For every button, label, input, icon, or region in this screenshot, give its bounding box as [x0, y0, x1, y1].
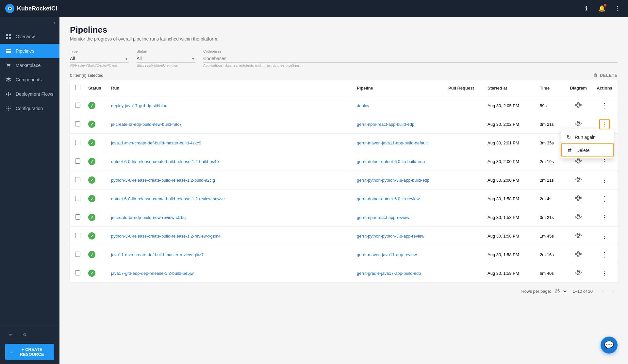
row-checkbox[interactable] [75, 140, 80, 145]
info-icon: ℹ [585, 5, 587, 12]
sidebar-item-configuration[interactable]: Configuration [0, 101, 59, 116]
sidebar-item-marketplace[interactable]: Marketplace [0, 58, 59, 73]
row-checkbox[interactable] [75, 196, 80, 201]
svg-line-86 [579, 215, 580, 217]
sidebar-item-pipelines-label: Pipelines [16, 48, 34, 54]
row-status-cell: ✓ [84, 264, 107, 283]
type-filter-select[interactable]: All Review Build Deploy Clean [70, 55, 129, 63]
actions-menu-button[interactable]: ⋮ [599, 175, 610, 185]
col-header-status: Status [84, 80, 107, 96]
row-checkbox[interactable] [75, 252, 80, 257]
sidebar: ‹ Overview [0, 17, 59, 364]
table-row: ✓ python-3-8-release-create-build-releas… [70, 171, 618, 190]
row-checkbox[interactable] [75, 233, 80, 238]
row-run-cell: python-3-8-release-create-build-release-… [107, 171, 353, 190]
diagram-button[interactable] [573, 175, 584, 185]
row-time-cell: 3m 21s [536, 208, 565, 227]
diagram-button[interactable] [573, 119, 584, 129]
actions-menu-button[interactable]: ⋮ [599, 212, 610, 223]
row-checkbox-cell [70, 245, 84, 264]
row-checkbox[interactable] [75, 103, 80, 108]
pipeline-link[interactable]: gerrit-gradle-java17-app-build-edp [357, 271, 421, 276]
pipeline-link[interactable]: gerrit-dotnet-dotnet-6.0-lib-review [357, 196, 420, 201]
fab-chat-button[interactable]: 💬 [601, 337, 618, 354]
create-resource-button[interactable]: + + CREATE RESOURCE [5, 344, 54, 360]
plus-icon: + [10, 350, 12, 355]
settings-icon-button[interactable]: ⚙ [20, 329, 30, 340]
svg-rect-18 [577, 103, 579, 104]
run-link[interactable]: dotnet-6-0-lib-release-create-build-rele… [111, 159, 220, 164]
pipeline-link[interactable]: gerrit-maven-java11-app-review [357, 252, 417, 257]
diagram-button[interactable] [573, 231, 584, 241]
sidebar-item-overview[interactable]: Overview [0, 29, 59, 44]
rows-per-page-select[interactable]: 25 50 100 [554, 288, 568, 294]
actions-menu-button[interactable]: ⋮ [599, 268, 610, 278]
sidebar-collapse-button[interactable]: ‹ [54, 20, 56, 25]
row-time-cell: 1m 45s [536, 227, 565, 245]
pipeline-link[interactable]: deploy [357, 103, 369, 108]
pipeline-link[interactable]: gerrit-python-python-3.8-app-build-edp [357, 178, 430, 183]
pipeline-link[interactable]: gerrit-npm-react-app-build-edp [357, 122, 414, 127]
actions-menu-button[interactable]: ⋮ [599, 249, 610, 260]
info-button[interactable]: ℹ [581, 3, 591, 14]
run-link[interactable]: python-3-8-release-create-build-release-… [111, 178, 215, 183]
run-link[interactable]: java17-grd-edp-dep-release-1.2-build-be5… [111, 271, 194, 276]
row-started-cell: Aug 30, 2:00 PM [484, 171, 536, 190]
pipeline-link[interactable]: gerrit-dotnet-dotnet-6.0-lib-build-edp [357, 159, 425, 164]
run-link[interactable]: deploy-java17-grd-dp-sithhiuu [111, 103, 167, 108]
actions-menu-button[interactable]: ⋮ [599, 119, 610, 129]
row-started-cell: Aug 30, 2:01 PM [484, 134, 536, 152]
actions-menu-button[interactable]: ⋮ [599, 193, 610, 204]
delete-run-button[interactable]: 🗑 Delete [561, 143, 614, 157]
page-title: Pipelines [70, 25, 618, 35]
diagram-button[interactable] [573, 100, 584, 111]
sidebar-item-components[interactable]: Components [0, 73, 59, 87]
codebases-filter-label: Codebases [203, 49, 618, 53]
delete-selected-button[interactable]: 🗑 DELETE [593, 73, 618, 78]
run-link[interactable]: js-create-br-edp-build-new-build-h8c7j [111, 122, 183, 127]
run-link[interactable]: java11-mvn-create-def-build-master-build… [111, 141, 201, 145]
prev-page-button[interactable]: ‹ [598, 287, 607, 296]
run-link[interactable]: python-3-8-release-create-build-release-… [111, 234, 221, 239]
sidebar-collapse-area: ‹ [0, 17, 59, 28]
pipeline-link[interactable]: gerrit-python-python-3.8-app-review [357, 234, 424, 239]
svg-rect-107 [575, 272, 577, 273]
diagram-button[interactable] [573, 193, 584, 204]
col-header-pipeline: Pipeline [353, 80, 444, 96]
row-diagram-cell [565, 190, 591, 208]
run-link[interactable]: js-create-br-edp-build-new-review-clzbq [111, 215, 186, 220]
select-all-checkbox[interactable] [75, 85, 80, 90]
diagram-button[interactable] [573, 212, 584, 223]
actions-menu-button[interactable]: ⋮ [599, 231, 610, 241]
svg-rect-6 [6, 51, 11, 52]
diagram-button[interactable] [573, 249, 584, 260]
topbar: KubeRocketCI ℹ 🔔 ⋮ [0, 0, 628, 17]
run-again-button[interactable]: ↻ Run again [561, 131, 614, 143]
pipeline-link[interactable]: gerrit-maven-java11-app-build-default [357, 141, 428, 145]
table-row: ✓ dotnet-6-0-lib-release-create-build-re… [70, 152, 618, 171]
row-checkbox[interactable] [75, 177, 80, 182]
row-checkbox[interactable] [75, 270, 80, 275]
next-page-button[interactable]: › [608, 287, 618, 296]
run-link[interactable]: dotnet-6-0-lib-release-create-build-rele… [111, 196, 225, 201]
row-checkbox[interactable] [75, 214, 80, 220]
more-menu-button[interactable]: ⋮ [612, 3, 623, 14]
svg-rect-27 [575, 123, 577, 124]
row-actions-cell: ⋮ [591, 171, 618, 190]
notifications-button[interactable]: 🔔 [597, 3, 607, 14]
row-checkbox[interactable] [75, 121, 80, 126]
diagram-svg-icon [575, 176, 582, 184]
row-checkbox[interactable] [75, 158, 80, 164]
cart-icon [5, 62, 12, 69]
pipeline-link[interactable]: gerrit-npm-react-app-review [357, 215, 409, 220]
sidebar-item-deployment-flows[interactable]: Deployment Flows [0, 87, 59, 101]
diagram-button[interactable] [573, 268, 584, 278]
sidebar-item-pipelines[interactable]: Pipelines [0, 44, 59, 58]
run-link[interactable]: java11-mvn-create-def-build-master-revie… [111, 252, 204, 257]
edit-icon-button[interactable]: ✏ [5, 329, 16, 340]
codebases-filter-input[interactable] [203, 55, 618, 63]
svg-rect-80 [580, 216, 582, 217]
svg-rect-108 [577, 270, 579, 272]
status-filter-select[interactable]: All Success Failure Unknown [137, 55, 195, 63]
actions-menu-button[interactable]: ⋮ [599, 100, 610, 111]
